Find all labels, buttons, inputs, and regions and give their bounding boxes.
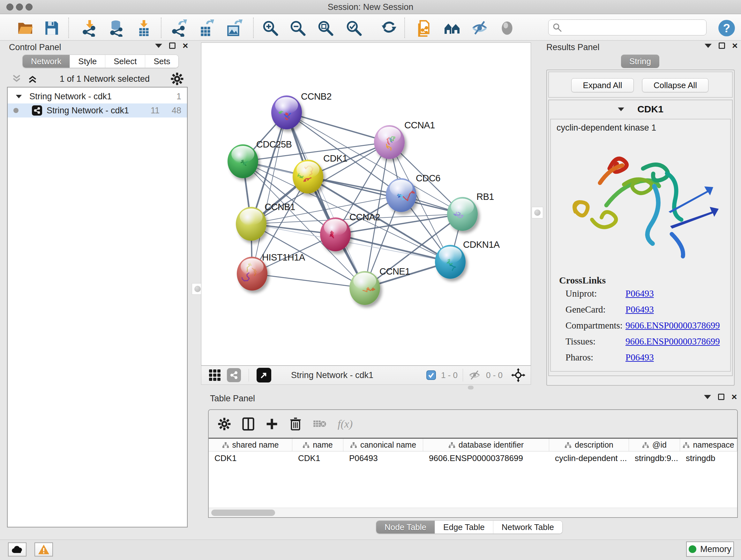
add-column-icon[interactable] [266, 418, 278, 430]
network-edge[interactable] [252, 273, 365, 288]
import-network-file-icon[interactable] [80, 19, 99, 37]
table-gear-icon[interactable] [218, 417, 231, 431]
column-header-databaseidentifier[interactable]: database identifier [423, 439, 549, 451]
right-splitter-handle[interactable] [532, 207, 543, 219]
network-canvas[interactable]: CCNB2CCNA1CDC25BCDK1CDC6RB1CCNB1CCNA2CDK… [201, 43, 531, 366]
column-header-description[interactable]: description [549, 439, 629, 451]
table-cell[interactable]: stringdb [680, 451, 737, 465]
zoom-in-icon[interactable] [261, 19, 280, 37]
warning-button[interactable] [35, 543, 53, 557]
zoom-out-icon[interactable] [288, 19, 307, 37]
delete-column-icon[interactable] [289, 417, 302, 431]
import-network-database-icon[interactable] [107, 19, 126, 37]
tree-expand-icon[interactable] [16, 95, 22, 98]
crosslink-value-link[interactable]: P06493 [625, 304, 654, 315]
network-node-CDKN1A[interactable]: CDKN1A [435, 240, 500, 279]
table-row[interactable]: CDK1CDK1P064939606.ENSP00000378699cyclin… [209, 451, 737, 465]
fit-content-crosshair-icon[interactable] [511, 368, 526, 382]
tab-select[interactable]: Select [105, 55, 145, 68]
open-session-icon[interactable] [16, 19, 35, 37]
hidden-eye-icon[interactable] [468, 370, 481, 380]
toolbar-separator [253, 17, 254, 38]
table-panel-close-icon[interactable]: × [731, 394, 737, 400]
show-view-icon[interactable] [498, 19, 516, 37]
search-box[interactable] [548, 19, 706, 36]
network-node-HIST1H1A[interactable]: HIST1H1A [237, 252, 306, 291]
expand-all-icon[interactable] [27, 74, 39, 84]
export-image-icon[interactable] [225, 19, 243, 37]
network-edge[interactable] [286, 112, 389, 142]
tab-network-table[interactable]: Network Table [493, 521, 562, 534]
network-home-icon[interactable] [443, 19, 461, 37]
tab-network[interactable]: Network [23, 55, 70, 68]
collapse-all-button[interactable]: Collapse All [642, 78, 709, 92]
window-close-button[interactable] [6, 3, 13, 10]
column-header-sharedname[interactable]: shared name [209, 439, 292, 451]
crosslink-value-link[interactable]: P06493 [625, 288, 654, 299]
crosslink-value-link[interactable]: 9606.ENSP00000378699 [625, 320, 720, 331]
string-share-icon[interactable] [227, 368, 241, 382]
birdseye-grid-icon[interactable] [208, 369, 221, 381]
table-panel-maximize-icon[interactable] [718, 394, 724, 400]
expand-all-button[interactable]: Expand All [571, 78, 634, 92]
memory-button[interactable]: Memory [686, 542, 734, 557]
table-cell[interactable]: CDK1 [209, 451, 292, 465]
control-panel-maximize-icon[interactable] [169, 43, 176, 49]
column-header-canonicalname[interactable]: canonical name [343, 439, 423, 451]
network-node-RB1[interactable]: RB1 [447, 192, 494, 231]
export-table-icon[interactable] [197, 19, 215, 37]
network-node-CCNA1[interactable]: CCNA1 [374, 120, 435, 159]
tab-sets[interactable]: Sets [145, 55, 179, 68]
tab-edge-table[interactable]: Edge Table [434, 521, 493, 534]
crosslink-value-link[interactable]: 9606.ENSP00000378699 [625, 336, 720, 347]
tab-string[interactable]: String [621, 55, 659, 68]
window-minimize-button[interactable] [16, 3, 23, 10]
column-header-namespace[interactable]: namespace [680, 439, 737, 451]
protein-collapse-icon[interactable] [618, 107, 624, 111]
tab-style[interactable]: Style [70, 55, 105, 68]
control-panel-float-icon[interactable] [155, 44, 162, 48]
hide-selected-icon[interactable] [470, 19, 489, 37]
table-cell[interactable]: stringdb:9... [629, 451, 680, 465]
table-cell[interactable]: P06493 [343, 451, 423, 465]
selected-checkbox-icon[interactable] [426, 370, 436, 380]
results-panel-maximize-icon[interactable] [719, 43, 725, 49]
table-cell[interactable]: cyclin-dependent ... [549, 451, 629, 465]
save-session-icon[interactable] [42, 19, 61, 37]
network-node-CCNE1[interactable]: CCNE1 [349, 266, 410, 305]
network-node-CCNB1[interactable]: CCNB1 [236, 202, 295, 241]
collapse-all-icon[interactable] [11, 74, 23, 84]
open-in-window-icon[interactable] [257, 368, 271, 382]
gear-icon[interactable] [171, 72, 184, 85]
protein-name: CDK1 [637, 104, 664, 115]
window-zoom-button[interactable] [25, 3, 32, 10]
crosslink-value-link[interactable]: P06493 [625, 352, 654, 363]
table-panel-float-icon[interactable] [704, 395, 711, 399]
network-row-selected[interactable]: String Network - cdk1 11 48 [8, 104, 187, 118]
help-icon[interactable]: ? [718, 19, 736, 37]
results-panel-close-icon[interactable]: × [732, 43, 738, 49]
import-table-file-icon[interactable] [135, 19, 153, 37]
cloud-button[interactable] [8, 543, 26, 557]
column-header-name[interactable]: name [292, 439, 343, 451]
node-table: f(x) shared namenamecanonical namedataba… [208, 409, 738, 518]
show-columns-icon[interactable] [242, 417, 255, 431]
export-network-icon[interactable] [170, 19, 188, 37]
network-edge[interactable] [252, 112, 286, 273]
refresh-view-icon[interactable] [380, 19, 398, 37]
table-cell[interactable]: CDK1 [292, 451, 343, 465]
table-horizontal-scrollbar[interactable] [209, 508, 737, 517]
network-collection-row[interactable]: String Network - cdk1 1 [8, 89, 187, 104]
column-header-id[interactable]: @id [629, 439, 680, 451]
zoom-selected-icon[interactable] [345, 19, 363, 37]
node-label-CCNA1: CCNA1 [404, 120, 435, 130]
search-input[interactable] [562, 23, 699, 33]
import-string-network-icon[interactable] [415, 19, 433, 37]
results-panel-float-icon[interactable] [704, 44, 712, 48]
table-cell[interactable]: 9606.ENSP00000378699 [423, 451, 549, 465]
table-header-row[interactable]: shared namenamecanonical namedatabase id… [209, 439, 737, 451]
tab-node-table[interactable]: Node Table [376, 521, 434, 534]
scrollbar-thumb[interactable] [211, 509, 275, 516]
control-panel-close-icon[interactable]: × [183, 43, 188, 49]
zoom-fit-icon[interactable] [316, 19, 335, 37]
